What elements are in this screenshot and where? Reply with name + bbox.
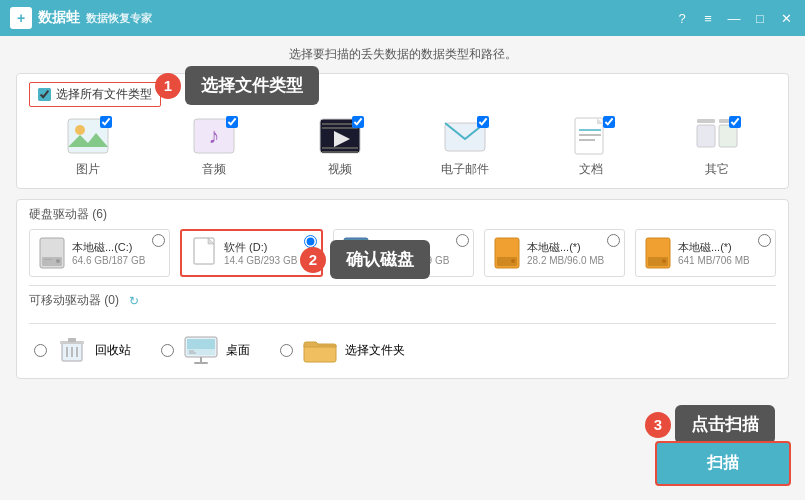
folder-icon [303,335,337,365]
svg-rect-49 [187,339,215,349]
drive-star1[interactable]: 本地磁...(*) 28.2 MB/96.0 MB [484,229,625,277]
other-label: 其它 [705,161,729,178]
file-types-grid: 图片 ♪ 音频 [29,115,776,178]
drive-star1-info: 本地磁...(*) 28.2 MB/96.0 MB [527,240,604,266]
drive-d-size: 14.4 GB/293 GB [224,255,297,266]
drive-e-icon [342,236,370,270]
document-icon-wrap [566,115,616,157]
desktop-radio[interactable] [161,344,174,357]
folder-radio[interactable] [280,344,293,357]
select-all-checkbox[interactable]: 选择所有文件类型 [29,82,161,107]
svg-point-33 [511,259,515,263]
desktop-label: 桌面 [226,342,250,359]
video-checkbox [351,115,365,129]
app-name: 数据蛙 [38,9,80,27]
file-type-document[interactable]: 文档 [532,115,650,178]
maximize-button[interactable]: □ [751,9,769,27]
drive-c-radio[interactable] [152,234,165,247]
file-type-email[interactable]: 电子邮件 [406,115,524,178]
drive-title-text: 硬盘驱动器 (6) [29,206,107,223]
close-button[interactable]: ✕ [777,9,795,27]
svg-rect-9 [322,147,358,149]
svg-point-23 [56,259,60,263]
file-type-audio[interactable]: ♪ 音频 [155,115,273,178]
removable-section: 可移动驱动器 (0) ↻ [17,286,788,323]
help-button[interactable]: ? [673,9,691,27]
drives-grid: 本地磁...(C:) 64.6 GB/187 GB 软件 (D:) [29,229,776,277]
removable-title-text: 可移动驱动器 (0) [29,292,119,309]
trash-label: 回收站 [95,342,131,359]
document-checkbox [602,115,616,129]
svg-rect-19 [697,119,715,123]
drive-e-name: 工作 (E:) [376,240,449,255]
drive-star1-icon [493,236,521,270]
app-subtitle: 数据恢复专家 [86,11,152,26]
drive-c-icon [38,236,66,270]
select-all-input[interactable] [38,88,51,101]
drive-c-size: 64.6 GB/187 GB [72,255,145,266]
drive-section-title: 硬盘驱动器 (6) [29,206,776,223]
svg-point-37 [662,259,666,263]
svg-rect-24 [44,259,52,260]
drive-star2-size: 641 MB/706 MB [678,255,750,266]
email-icon-wrap [440,115,490,157]
window-controls: ? ≡ — □ ✕ [673,9,795,27]
drive-c[interactable]: 本地磁...(C:) 64.6 GB/187 GB [29,229,170,277]
drive-star1-size: 28.2 MB/96.0 MB [527,255,604,266]
svg-point-1 [75,125,85,135]
file-type-other[interactable]: 其它 [658,115,776,178]
menu-button[interactable]: ≡ [699,9,717,27]
svg-rect-30 [348,259,356,260]
svg-rect-41 [68,338,76,342]
instruction-text: 选择要扫描的丢失数据的数据类型和路径。 [16,46,789,63]
special-section: 回收站 桌面 [17,324,788,378]
drive-c-name: 本地磁...(C:) [72,240,145,255]
select-all-label: 选择所有文件类型 [56,86,152,103]
hdd-icon-c [38,237,66,269]
file-type-video[interactable]: 视频 [281,115,399,178]
special-folders-grid: 回收站 桌面 [29,330,776,370]
file-type-section: 选择所有文件类型 图片 [16,73,789,189]
minimize-button[interactable]: — [725,9,743,27]
drive-star2-icon [644,236,672,270]
svg-point-29 [360,259,364,263]
trash-icon [57,335,87,365]
refresh-icon[interactable]: ↻ [129,294,139,308]
svg-rect-17 [697,125,715,147]
hdd-icon-star2 [644,237,672,269]
logo-icon: + [10,7,32,29]
svg-rect-38 [650,259,658,260]
drive-star2-info: 本地磁...(*) 641 MB/706 MB [678,240,750,266]
removable-title: 可移动驱动器 (0) ↻ [29,292,776,309]
drive-d-radio[interactable] [304,235,317,248]
drive-d[interactable]: 软件 (D:) 14.4 GB/293 GB [180,229,323,277]
image-label: 图片 [76,161,100,178]
trash-radio[interactable] [34,344,47,357]
email-label: 电子邮件 [441,161,489,178]
video-label: 视频 [328,161,352,178]
app-logo: + 数据蛙 数据恢复专家 [10,7,673,29]
file-type-image[interactable]: 图片 [29,115,147,178]
folder-label: 选择文件夹 [345,342,405,359]
drive-star2-radio[interactable] [758,234,771,247]
svg-rect-10 [322,151,358,153]
video-icon-wrap [315,115,365,157]
desktop-icon [184,335,218,365]
audio-checkbox [225,115,239,129]
drive-star2[interactable]: 本地磁...(*) 641 MB/706 MB [635,229,776,277]
drive-star1-radio[interactable] [607,234,620,247]
hdd-icon-e [342,237,370,269]
drive-e-radio[interactable] [456,234,469,247]
title-bar: + 数据蛙 数据恢复专家 ? ≡ — □ ✕ [0,0,805,36]
document-label: 文档 [579,161,603,178]
special-folder[interactable]: 选择文件夹 [275,330,410,370]
drive-e[interactable]: 工作 (E:) 78.7 GB/449 GB [333,229,474,277]
special-trash[interactable]: 回收站 [29,330,136,370]
special-desktop[interactable]: 桌面 [156,330,255,370]
drive-d-info: 软件 (D:) 14.4 GB/293 GB [224,240,297,266]
other-icon-wrap [692,115,742,157]
drive-d-name: 软件 (D:) [224,240,297,255]
file-type-header: 选择所有文件类型 [29,82,776,107]
drive-d-icon [190,236,218,270]
svg-rect-48 [194,362,208,364]
